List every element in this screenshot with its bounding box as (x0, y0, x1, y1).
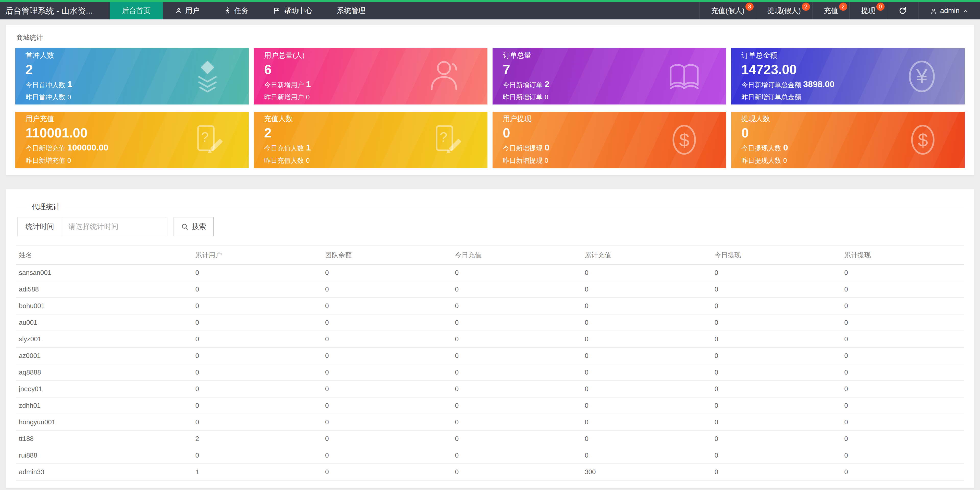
card-today-value: 1 (306, 79, 311, 89)
card-today-value: 100000.00 (67, 142, 108, 152)
agent-value-cell: 0 (844, 381, 964, 397)
agent-value-cell: 0 (196, 364, 325, 381)
agent-name-cell: adi588 (16, 281, 196, 298)
card-today-label: 今日新增订单 (503, 81, 542, 89)
table-header-row: 姓名累计用户团队余额今日充值累计充值今日提现累计提现 (16, 246, 964, 264)
card-today-value: 1 (67, 79, 72, 89)
agent-value-cell: 0 (714, 364, 845, 381)
nav-item-1[interactable]: 用户 (163, 2, 212, 19)
agent-value-cell: 0 (325, 464, 455, 480)
agent-stats-title: 代理统计 (27, 202, 65, 212)
stat-card-5[interactable]: 充值人数2今日充值人数1昨日充值人数0? (254, 112, 487, 168)
card-yesterday-value: 0 (306, 156, 310, 164)
agent-value-cell: 0 (455, 298, 585, 314)
action-3[interactable]: 提现0 (850, 2, 886, 19)
stat-card-2[interactable]: 订单总量7今日新增订单2昨日新增订单0 (493, 48, 726, 104)
agent-value-cell: 0 (585, 264, 714, 281)
search-button[interactable]: 搜索 (173, 217, 214, 236)
svg-text:$: $ (679, 130, 689, 150)
table-row: rui888000000 (16, 447, 964, 464)
agent-name-cell: slyz001 (16, 331, 196, 348)
svg-text:?: ? (201, 129, 209, 145)
stat-card-4[interactable]: 用户充值110001.00今日新增充值100000.00昨日新增充值0? (15, 112, 249, 168)
agent-value-cell: 0 (714, 348, 845, 364)
stat-card-6[interactable]: 用户提现0今日新增提现0昨日新增提现0$ (493, 112, 726, 168)
agent-value-cell: 0 (325, 331, 455, 348)
card-title: 用户充值 (25, 114, 239, 124)
search-button-label: 搜索 (192, 222, 206, 231)
card-yesterday-label: 昨日提现人数 (741, 156, 781, 164)
agent-value-cell: 0 (714, 447, 845, 464)
agent-value-cell: 0 (585, 397, 714, 414)
refresh-button[interactable] (886, 2, 918, 19)
agent-value-cell: 0 (325, 414, 455, 431)
search-icon (181, 222, 189, 231)
agent-name-cell: bohu001 (16, 298, 196, 314)
user-icon (175, 7, 182, 14)
agent-value-cell: 0 (844, 414, 964, 431)
agent-value-cell: 0 (844, 281, 964, 298)
agent-name-cell: admin33 (16, 464, 196, 480)
card-today-label: 今日新增提现 (503, 144, 542, 152)
action-1[interactable]: 提现(假人)2 (756, 2, 812, 19)
agent-stats-fieldset: 代理统计 (16, 202, 964, 212)
table-row: hongyun001000000 (16, 414, 964, 431)
card-yesterday-value: 0 (783, 156, 787, 164)
agent-value-cell: 0 (714, 397, 845, 414)
agent-value-cell: 0 (714, 414, 845, 431)
action-label: 提现(假人) (767, 6, 801, 16)
stat-card-0[interactable]: 首冲人数2今日首冲人数1昨日首冲人数0 (15, 48, 249, 104)
app-title: 后台管理系统 - 山水资... (0, 2, 110, 19)
nav-item-0[interactable]: 后台首页 (110, 2, 163, 19)
column-header-6: 累计提现 (844, 246, 964, 264)
agent-value-cell: 0 (196, 314, 325, 331)
action-label: 充值 (824, 6, 838, 16)
card-today-label: 今日提现人数 (741, 144, 781, 152)
agent-value-cell: 0 (455, 397, 585, 414)
agent-value-cell: 0 (455, 281, 585, 298)
user-icon (930, 6, 937, 15)
card-yesterday-label: 昨日新增订单 (503, 93, 542, 101)
card-yesterday-label: 昨日新增用户 (264, 93, 304, 101)
card-today-label: 今日充值人数 (264, 144, 304, 152)
nav-item-label: 任务 (234, 6, 248, 16)
agent-value-cell: 0 (325, 397, 455, 414)
card-today-value: 2 (545, 79, 549, 89)
table-row: tt188200000 (16, 431, 964, 447)
stat-card-1[interactable]: 用户总量(人)6今日新增用户1昨日新增用户0 (254, 48, 487, 104)
agent-value-cell: 0 (325, 298, 455, 314)
card-today-value: 0 (783, 142, 788, 152)
nav-item-2[interactable]: 任务 (212, 2, 261, 19)
card-yesterday-value: 0 (545, 156, 548, 164)
stat-time-input[interactable] (62, 217, 167, 236)
nav-item-4[interactable]: 系统管理 (325, 2, 378, 19)
action-2[interactable]: 充值2 (812, 2, 850, 19)
agent-value-cell: 0 (714, 331, 845, 348)
agent-value-cell: 0 (714, 464, 845, 480)
stat-card-7[interactable]: 提现人数0今日提现人数0昨日提现人数0$ (731, 112, 965, 168)
agent-value-cell: 0 (714, 298, 845, 314)
top-bar: 后台管理系统 - 山水资... 后台首页用户任务帮助中心系统管理 充值(假人)3… (0, 0, 980, 19)
nav-item-label: 用户 (185, 6, 200, 16)
yen-icon: ¥ (904, 71, 940, 80)
action-label: 充值(假人) (711, 6, 745, 16)
stat-time-label: 统计时间 (18, 217, 62, 236)
card-yesterday-value: 0 (67, 93, 71, 101)
person-icon (427, 71, 463, 80)
agent-value-cell: 0 (585, 447, 714, 464)
agent-value-cell: 0 (455, 414, 585, 431)
agent-value-cell: 0 (455, 331, 585, 348)
card-today-label: 今日新增用户 (264, 81, 304, 89)
nav-item-3[interactable]: 帮助中心 (261, 2, 325, 19)
column-header-5: 今日提现 (714, 246, 845, 264)
agent-value-cell: 0 (585, 314, 714, 331)
stat-card-3[interactable]: 订单总金额14723.00今日新增订单总金额3898.00昨日新增订单总金额¥ (731, 48, 965, 104)
column-header-4: 累计充值 (585, 246, 714, 264)
user-menu[interactable]: admin (918, 2, 980, 19)
agent-value-cell: 0 (196, 281, 325, 298)
nav-item-label: 后台首页 (122, 6, 151, 16)
agent-value-cell: 0 (585, 364, 714, 381)
notification-badge: 2 (839, 3, 847, 11)
action-0[interactable]: 充值(假人)3 (699, 2, 756, 19)
svg-text:?: ? (440, 129, 447, 145)
